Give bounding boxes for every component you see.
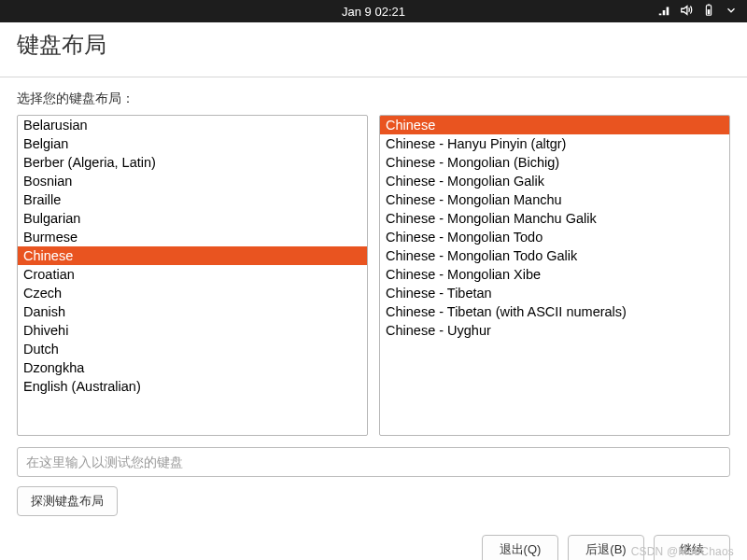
- layout-item[interactable]: Chinese: [18, 246, 367, 265]
- variant-item[interactable]: Chinese - Mongolian Galik: [380, 172, 729, 190]
- variant-item[interactable]: Chinese - Mongolian Todo: [380, 228, 729, 246]
- layout-item[interactable]: Belgian: [18, 134, 367, 153]
- main-content: 选择您的键盘布局： BelarusianBelgianBerber (Alger…: [0, 77, 747, 525]
- variant-item[interactable]: Chinese - Mongolian Todo Galik: [380, 246, 729, 265]
- variant-item[interactable]: Chinese - Mongolian Xibe: [380, 265, 729, 284]
- variant-item[interactable]: Chinese - Tibetan: [380, 284, 729, 302]
- clock: Jan 9 02:21: [342, 5, 405, 19]
- system-topbar: Jan 9 02:21: [0, 0, 747, 22]
- layout-item[interactable]: Bulgarian: [18, 209, 367, 228]
- variant-item[interactable]: Chinese - Tibetan (with ASCII numerals): [380, 302, 729, 321]
- layout-item[interactable]: Czech: [18, 284, 367, 302]
- variant-item[interactable]: Chinese - Hanyu Pinyin (altgr): [380, 134, 729, 153]
- keyboard-test-input[interactable]: [17, 447, 730, 477]
- continue-button[interactable]: 继续: [654, 535, 730, 560]
- footer-buttons: 退出(Q) 后退(B) 继续: [0, 525, 747, 560]
- layout-item[interactable]: Berber (Algeria, Latin): [18, 153, 367, 172]
- layout-item[interactable]: Belarusian: [18, 116, 367, 134]
- layout-item[interactable]: Burmese: [18, 228, 367, 246]
- status-icons[interactable]: [657, 4, 738, 20]
- page-header: 键盘布局: [0, 22, 747, 77]
- lists-row: BelarusianBelgianBerber (Algeria, Latin)…: [17, 115, 730, 436]
- volume-icon: [680, 4, 693, 20]
- quit-button[interactable]: 退出(Q): [482, 535, 558, 560]
- svg-rect-1: [708, 9, 711, 14]
- page-title: 键盘布局: [17, 30, 730, 60]
- battery-icon: [702, 4, 715, 20]
- network-icon: [657, 4, 670, 20]
- layout-item[interactable]: Danish: [18, 302, 367, 321]
- detect-layout-button[interactable]: 探测键盘布局: [17, 486, 118, 516]
- layout-item[interactable]: English (Australian): [18, 377, 367, 396]
- variant-item[interactable]: Chinese: [380, 116, 729, 134]
- layout-item[interactable]: Braille: [18, 190, 367, 209]
- back-button[interactable]: 后退(B): [568, 535, 644, 560]
- variant-item[interactable]: Chinese - Mongolian Manchu Galik: [380, 209, 729, 228]
- svg-rect-2: [708, 4, 711, 5]
- variant-listbox[interactable]: ChineseChinese - Hanyu Pinyin (altgr)Chi…: [379, 115, 730, 436]
- layout-item[interactable]: Dutch: [18, 340, 367, 358]
- chevron-down-icon: [725, 4, 738, 20]
- variant-item[interactable]: Chinese - Mongolian (Bichig): [380, 153, 729, 172]
- layout-item[interactable]: Dzongkha: [18, 358, 367, 377]
- layout-item[interactable]: Bosnian: [18, 172, 367, 190]
- layout-item[interactable]: Croatian: [18, 265, 367, 284]
- variant-item[interactable]: Chinese - Mongolian Manchu: [380, 190, 729, 209]
- layout-item[interactable]: Dhivehi: [18, 321, 367, 340]
- prompt-label: 选择您的键盘布局：: [17, 91, 730, 107]
- layout-listbox[interactable]: BelarusianBelgianBerber (Algeria, Latin)…: [17, 115, 368, 436]
- variant-item[interactable]: Chinese - Uyghur: [380, 321, 729, 340]
